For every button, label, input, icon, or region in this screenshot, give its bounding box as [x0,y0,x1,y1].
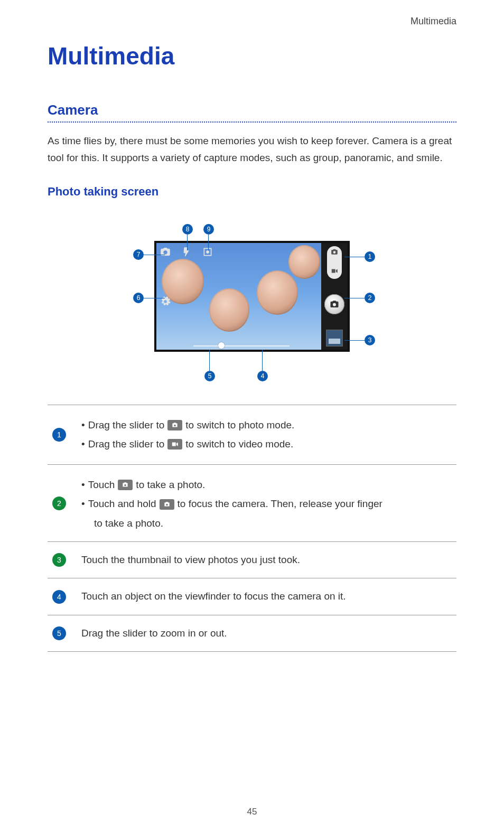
video-mode-icon [331,267,338,277]
flash-icon[interactable] [181,246,192,258]
legend-num-2: 2 [50,497,69,510]
effects-icon[interactable] [202,246,213,258]
callout-1: 1 [365,251,375,262]
photo-mode-icon [167,420,182,430]
legend-content-4: Touch an object on the viewfinder to foc… [81,588,454,605]
subsection-title: Photo taking screen [48,185,456,199]
person-silhouette [209,288,249,332]
section-divider [48,121,456,123]
intro-paragraph: As time flies by, there must be some mem… [48,133,456,167]
legend-row-2: 2 Touch to take a photo. Touch and hold … [48,465,456,542]
zoom-slider[interactable] [193,344,290,347]
legend-row-4: 4 Touch an object on the viewfinder to f… [48,578,456,615]
mode-slider[interactable] [327,246,342,279]
camera-icon [118,480,133,490]
badge-4: 4 [52,590,66,604]
legend-content-5: Drag the slider to zoom in or out. [81,625,454,642]
badge-3: 3 [52,553,66,567]
leader-8 [187,235,188,250]
camera-icon [160,499,174,510]
legend-2b-pre: Touch and hold [81,495,156,512]
legend-2b-post: to take a photo. [81,515,454,532]
badge-1: 1 [52,428,66,442]
manual-page: Multimedia Multimedia Camera As time fli… [0,0,504,833]
legend-num-3: 3 [50,553,69,567]
zoom-knob[interactable] [218,342,225,349]
leader-2 [344,298,365,298]
legend-content-2: Touch to take a photo. Touch and hold to… [81,474,454,532]
viewfinder[interactable] [156,243,321,350]
person-silhouette [257,270,298,315]
video-mode-icon [167,439,182,450]
badge-5: 5 [52,626,66,640]
legend-1a-pre: Drag the slider to [81,417,164,434]
page-title: Multimedia [48,42,456,70]
leader-6 [144,298,165,298]
shutter-button[interactable] [324,294,344,314]
thumbnail-preview[interactable] [326,330,343,347]
legend-content-3: Touch the thumbnail to view photos you j… [81,551,454,568]
legend-table: 1 Drag the slider to to switch to photo … [48,405,456,652]
callout-7: 7 [133,249,144,260]
camera-topbar [160,246,213,258]
leader-1 [344,257,365,257]
legend-row-3: 3 Touch the thumbnail to view photos you… [48,542,456,578]
svg-point-1 [207,250,209,253]
leader-7 [144,255,165,255]
legend-num-1: 1 [50,428,69,442]
switch-camera-icon[interactable] [160,246,171,258]
photo-mode-icon [331,248,338,258]
legend-row-1: 1 Drag the slider to to switch to photo … [48,405,456,465]
leader-3 [344,340,365,341]
callout-5: 5 [204,371,215,381]
section-title-camera: Camera [48,102,456,118]
person-silhouette [288,245,320,279]
legend-1b-post: to switch to video mode. [185,436,293,453]
badge-2: 2 [52,497,66,510]
page-number: 45 [0,807,504,817]
legend-2a-post: to take a photo. [136,476,205,493]
legend-content-1: Drag the slider to to switch to photo mo… [81,415,454,455]
callout-3: 3 [365,335,375,345]
legend-num-5: 5 [50,626,69,640]
leader-9 [208,235,209,250]
legend-2a-pre: Touch [81,476,115,493]
camera-diagram: 8 9 7 6 1 2 3 5 4 [128,214,376,383]
callout-6: 6 [133,293,144,303]
callout-2: 2 [365,293,375,303]
leader-5 [209,350,210,371]
callout-9: 9 [203,224,214,235]
legend-1a-post: to switch to photo mode. [185,417,294,434]
camera-sidebar [321,243,348,350]
leader-4 [262,350,263,371]
header-breadcrumb: Multimedia [48,16,456,27]
zoom-track-line [193,345,290,347]
legend-2b-mid: to focus the camera. Then, release your … [178,495,382,512]
legend-num-4: 4 [50,590,69,604]
legend-row-5: 5 Drag the slider to zoom in or out. [48,615,456,652]
camera-screen-frame [154,241,350,352]
callout-4: 4 [257,371,268,381]
callout-8: 8 [182,224,193,235]
legend-1b-pre: Drag the slider to [81,436,164,453]
